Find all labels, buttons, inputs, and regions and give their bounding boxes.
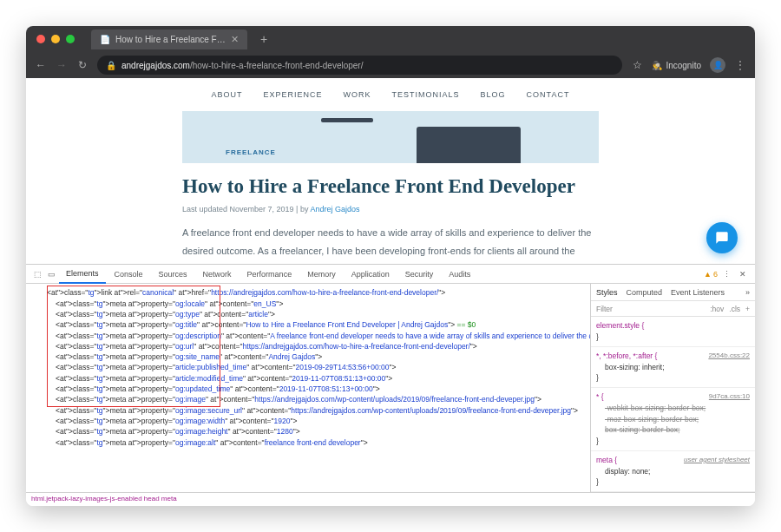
- reload-button[interactable]: ↻: [76, 59, 89, 71]
- devtools-tabs: ⬚ ▭ Elements Console Sources Network Per…: [26, 265, 755, 284]
- star-icon[interactable]: ☆: [631, 59, 643, 71]
- code-line[interactable]: <at">class="tg">meta at">property="og:ty…: [31, 309, 585, 319]
- device-icon[interactable]: ▭: [45, 270, 57, 279]
- warnings-badge[interactable]: ▲ 6: [704, 270, 718, 279]
- filter-input[interactable]: Filter: [596, 305, 613, 313]
- code-line[interactable]: <at">class="tg">meta at">property="og:im…: [31, 437, 585, 448]
- devtools-settings-icon[interactable]: ⋮: [719, 270, 734, 279]
- site-nav: ABOUT EXPERIENCE WORK TESTIMONIALS BLOG …: [26, 78, 755, 111]
- address-bar[interactable]: 🔒 andrejgajdos.com/how-to-hire-a-freelan…: [97, 56, 622, 75]
- hero-label: FREELANCE: [226, 148, 276, 156]
- side-tab-listeners[interactable]: Event Listeners: [671, 288, 725, 297]
- nav-work[interactable]: WORK: [344, 90, 371, 99]
- page-content: ABOUT EXPERIENCE WORK TESTIMONIALS BLOG …: [26, 78, 755, 264]
- style-rule-star[interactable]: 9d7ca.css:10 * { -webkit-box-sizing: bor…: [591, 388, 755, 451]
- code-line[interactable]: <at">class="tg">meta at">property="og:ur…: [31, 341, 585, 351]
- nav-experience[interactable]: EXPERIENCE: [264, 90, 323, 99]
- styles-panel: Styles Computed Event Listeners » Filter…: [590, 284, 755, 492]
- hov-toggle[interactable]: :hov: [710, 305, 724, 313]
- code-line[interactable]: <at">class="tg">meta at">property="og:im…: [31, 426, 585, 437]
- url-domain: andrejgajdos.com: [121, 61, 190, 70]
- nav-about[interactable]: ABOUT: [212, 90, 243, 99]
- article: How to Hire a Freelance Front End Develo…: [182, 175, 599, 264]
- devtools-body: <at">class="tg">link at">rel="canonical"…: [26, 284, 755, 492]
- menu-icon[interactable]: ⋮: [734, 59, 746, 71]
- url-path: /how-to-hire-a-freelance-front-end-devel…: [190, 61, 364, 70]
- incognito-badge: 🕵 Incognito: [652, 61, 701, 70]
- forward-button[interactable]: →: [56, 59, 68, 71]
- code-line[interactable]: <at">class="tg">meta at">property="og:de…: [31, 331, 585, 341]
- article-meta: Last updated November 7, 2019 | by Andre…: [182, 205, 599, 213]
- titlebar: 📄 How to Hire a Freelance Front ✕ +: [26, 26, 755, 52]
- tab-sources[interactable]: Sources: [152, 265, 194, 284]
- code-line[interactable]: <at">class="tg">meta at">property="og:im…: [31, 394, 585, 404]
- nav-blog[interactable]: BLOG: [481, 90, 506, 99]
- lock-icon: 🔒: [106, 61, 116, 70]
- cls-toggle[interactable]: .cls: [729, 305, 740, 313]
- tab-security[interactable]: Security: [398, 265, 441, 284]
- browser-tab[interactable]: 📄 How to Hire a Freelance Front ✕: [91, 30, 247, 49]
- tab-memory[interactable]: Memory: [300, 265, 343, 284]
- style-rule-meta[interactable]: user agent stylesheet meta { display: no…: [591, 451, 755, 492]
- devtools-close-icon[interactable]: ✕: [736, 270, 750, 279]
- code-line[interactable]: <at">class="tg">meta at">property="artic…: [31, 373, 585, 384]
- code-line[interactable]: <at">class="tg">meta at">property="og:lo…: [31, 299, 585, 309]
- side-tabs: Styles Computed Event Listeners »: [591, 284, 755, 301]
- code-line[interactable]: <at">class="tg">link at">rel="canonical"…: [31, 287, 585, 298]
- code-line[interactable]: <at">class="tg">meta at">property="artic…: [31, 362, 585, 372]
- browser-window: 📄 How to Hire a Freelance Front ✕ + ← → …: [26, 26, 755, 506]
- elements-panel[interactable]: <at">class="tg">link at">rel="canonical"…: [26, 284, 590, 492]
- style-rule-element[interactable]: element.style { }: [591, 317, 755, 347]
- nav-testimonials[interactable]: TESTIMONIALS: [392, 90, 460, 99]
- incognito-icon: 🕵: [652, 61, 662, 70]
- tab-title: How to Hire a Freelance Front: [115, 35, 226, 44]
- add-rule-icon[interactable]: +: [745, 305, 750, 313]
- side-tabs-more-icon[interactable]: »: [745, 288, 750, 297]
- inspect-icon[interactable]: ⬚: [31, 270, 43, 279]
- page-viewport: ABOUT EXPERIENCE WORK TESTIMONIALS BLOG …: [26, 78, 755, 506]
- style-rule-star-pseudo[interactable]: 2554b.css:22 *, *:before, *:after { box-…: [591, 347, 755, 388]
- code-line[interactable]: <at">class="tg">meta at">property="og:si…: [31, 351, 585, 362]
- hero-image: FREELANCE: [182, 111, 599, 163]
- article-body: A freelance front end developer needs to…: [182, 224, 599, 264]
- code-line[interactable]: <at">class="tg">meta at">property="og:up…: [31, 384, 585, 394]
- side-tab-computed[interactable]: Computed: [627, 288, 663, 297]
- favicon: 📄: [100, 35, 110, 44]
- chat-fab[interactable]: [706, 222, 738, 253]
- code-line[interactable]: <at">class="tg">meta at">property="og:ti…: [31, 319, 585, 330]
- window-minimize-button[interactable]: [51, 35, 60, 43]
- tab-elements[interactable]: Elements: [59, 265, 106, 284]
- tab-close-icon[interactable]: ✕: [231, 34, 239, 45]
- devtools: ⬚ ▭ Elements Console Sources Network Per…: [26, 264, 755, 506]
- back-button[interactable]: ←: [35, 59, 47, 71]
- article-title: How to Hire a Freelance Front End Develo…: [182, 175, 599, 198]
- address-bar-row: ← → ↻ 🔒 andrejgajdos.com/how-to-hire-a-f…: [26, 52, 755, 78]
- new-tab-button[interactable]: +: [260, 32, 267, 46]
- tab-audits[interactable]: Audits: [442, 265, 477, 284]
- chat-icon: [715, 231, 729, 245]
- tab-performance[interactable]: Performance: [240, 265, 299, 284]
- side-tab-styles[interactable]: Styles: [596, 288, 618, 297]
- code-line[interactable]: <at">class="tg">meta at">property="og:im…: [31, 405, 585, 416]
- styles-filter-row: Filter :hov .cls +: [591, 301, 755, 317]
- breadcrumb[interactable]: html.jetpack-lazy-images-js-enabled head…: [26, 492, 755, 506]
- tab-network[interactable]: Network: [196, 265, 239, 284]
- nav-contact[interactable]: CONTACT: [527, 90, 570, 99]
- tab-console[interactable]: Console: [108, 265, 150, 284]
- code-line[interactable]: <at">class="tg">meta at">property="og:im…: [31, 416, 585, 426]
- profile-avatar[interactable]: 👤: [710, 57, 725, 73]
- window-close-button[interactable]: [36, 35, 45, 43]
- window-maximize-button[interactable]: [66, 35, 75, 43]
- author-link[interactable]: Andrej Gajdos: [310, 205, 359, 213]
- tab-application[interactable]: Application: [345, 265, 397, 284]
